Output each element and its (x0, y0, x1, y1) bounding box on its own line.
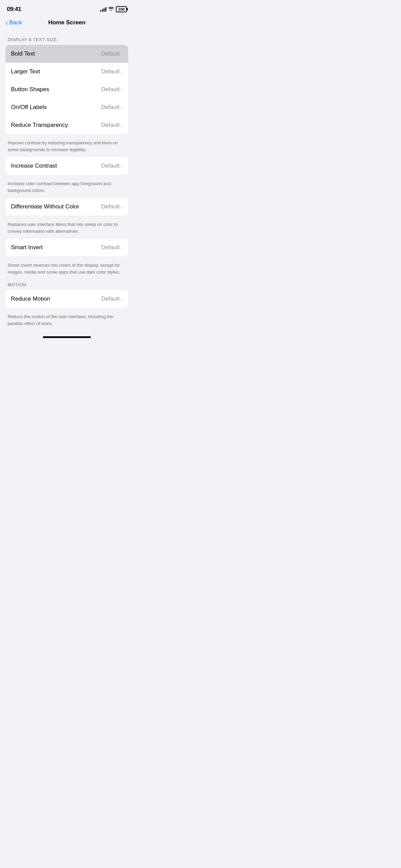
smart-invert-right: Default › (101, 244, 123, 251)
smart-invert-value: Default (101, 244, 120, 251)
differentiate-without-color-value: Default (101, 203, 120, 210)
larger-text-chevron-icon: › (121, 69, 123, 75)
on-off-labels-chevron-icon: › (121, 105, 123, 110)
differentiate-without-color-row[interactable]: Differentiate Without Color Default › (5, 198, 128, 216)
battery-icon: 100 (116, 6, 127, 12)
larger-text-value: Default (101, 68, 120, 75)
on-off-labels-row[interactable]: On/Off Labels Default › (5, 98, 128, 116)
bold-text-chevron-icon: › (121, 51, 123, 57)
status-time: 09:41 (7, 6, 21, 13)
increase-contrast-description: Increase color contrast between app fore… (5, 178, 128, 198)
reduce-transparency-chevron-icon: › (121, 122, 123, 128)
increase-contrast-label: Increase Contrast (11, 162, 57, 169)
bold-text-right: Default › (101, 50, 123, 57)
page-title: Home Screen (48, 19, 86, 26)
larger-text-label: Larger Text (11, 68, 40, 75)
differentiate-without-color-right: Default › (101, 203, 123, 210)
bold-text-row[interactable]: Bold Text Default › (5, 45, 128, 63)
smart-invert-row[interactable]: Smart Invert Default › (5, 239, 128, 256)
wifi-icon (108, 7, 114, 12)
button-shapes-row[interactable]: Button Shapes Default › (5, 81, 128, 98)
reduce-transparency-description: Improve contrast by reducing transparenc… (5, 137, 128, 157)
reduce-transparency-right: Default › (101, 122, 123, 129)
increase-contrast-value: Default (101, 162, 120, 169)
button-shapes-value: Default (101, 86, 120, 93)
on-off-labels-right: Default › (101, 104, 123, 111)
smart-invert-group: Smart Invert Default › (5, 239, 128, 256)
button-shapes-label: Button Shapes (11, 86, 49, 93)
back-button[interactable]: ‹ Back (5, 19, 22, 26)
increase-contrast-right: Default › (101, 162, 123, 169)
button-shapes-right: Default › (101, 86, 123, 93)
smart-invert-label: Smart Invert (11, 244, 43, 251)
section-label-display: DISPLAY & TEXT SIZE (5, 37, 128, 42)
back-chevron-icon: ‹ (5, 19, 8, 26)
larger-text-row[interactable]: Larger Text Default › (5, 63, 128, 81)
reduce-motion-row[interactable]: Reduce Motion Default › (5, 290, 128, 308)
reduce-motion-chevron-icon: › (121, 296, 123, 302)
differentiate-without-color-label: Differentiate Without Color (11, 203, 79, 210)
larger-text-right: Default › (101, 68, 123, 75)
section-label-motion: MOTION (5, 282, 128, 287)
smart-invert-description: Smart Invert reverses the colors of the … (5, 259, 128, 279)
status-icons: 100 (100, 6, 127, 12)
reduce-transparency-row[interactable]: Reduce Transparency Default › (5, 116, 128, 134)
display-text-size-group: Bold Text Default › Larger Text Default … (5, 45, 128, 134)
button-shapes-chevron-icon: › (121, 87, 123, 93)
reduce-motion-group: Reduce Motion Default › (5, 290, 128, 308)
increase-contrast-row[interactable]: Increase Contrast Default › (5, 157, 128, 175)
increase-contrast-chevron-icon: › (121, 163, 123, 169)
reduce-transparency-label: Reduce Transparency (11, 122, 68, 129)
reduce-transparency-value: Default (101, 122, 120, 129)
on-off-labels-label: On/Off Labels (11, 104, 47, 111)
smart-invert-chevron-icon: › (121, 245, 123, 251)
status-bar: 09:41 100 (0, 0, 134, 16)
home-indicator (0, 334, 134, 339)
differentiate-without-color-description: Replaces user interface items that rely … (5, 218, 128, 239)
reduce-motion-value: Default (101, 296, 120, 302)
on-off-labels-value: Default (101, 104, 120, 111)
nav-bar: ‹ Back Home Screen (0, 16, 134, 32)
signal-icon (100, 7, 106, 12)
reduce-motion-description: Reduce the motion of the user interface,… (5, 311, 128, 331)
back-label: Back (9, 19, 22, 26)
bold-text-value: Default (101, 50, 120, 57)
differentiate-without-color-chevron-icon: › (121, 204, 123, 210)
differentiate-without-color-group: Differentiate Without Color Default › (5, 198, 128, 216)
increase-contrast-group: Increase Contrast Default › (5, 157, 128, 175)
content-area: DISPLAY & TEXT SIZE Bold Text Default › … (0, 32, 134, 334)
reduce-motion-right: Default › (101, 296, 123, 302)
reduce-motion-label: Reduce Motion (11, 296, 50, 302)
home-indicator-bar (43, 336, 91, 338)
bold-text-label: Bold Text (11, 50, 35, 57)
